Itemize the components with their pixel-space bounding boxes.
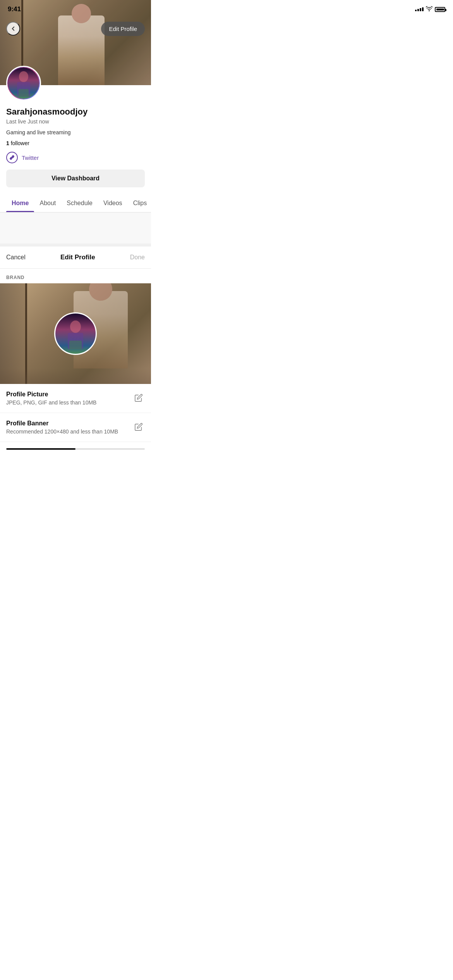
svg-rect-2 xyxy=(19,89,29,97)
avatar xyxy=(6,66,41,101)
avatar-inner xyxy=(8,68,39,99)
profile-picture-edit-icon[interactable] xyxy=(132,392,145,404)
followers-count: 1 xyxy=(6,140,9,146)
profile-banner-text: Profile Banner Recommended 1200×480 and … xyxy=(6,420,118,435)
done-button[interactable]: Done xyxy=(130,254,145,261)
profile-banner-subtitle: Recommended 1200×480 and less than 10MB xyxy=(6,428,118,435)
profile-last-live: Last live Just now xyxy=(6,118,145,125)
back-button[interactable] xyxy=(6,22,20,36)
brand-section-label: BRAND xyxy=(0,269,151,283)
tab-videos[interactable]: Videos xyxy=(98,194,128,212)
followers-label: follower xyxy=(11,140,29,146)
tabs-bar: Home About Schedule Videos Clips xyxy=(0,194,151,212)
profile-section: Sarahjonasmoodjoy Last live Just now Gam… xyxy=(0,85,151,194)
profile-username: Sarahjonasmoodjoy xyxy=(6,107,145,117)
progress-bar-track xyxy=(6,448,145,450)
profile-banner-label: Profile Banner xyxy=(6,420,118,427)
profile-picture-text: Profile Picture JPEG, PNG, GIF and less … xyxy=(6,391,96,406)
profile-followers: 1 follower xyxy=(6,140,145,146)
profile-banner-row: Profile Banner Recommended 1200×480 and … xyxy=(0,413,151,442)
view-dashboard-button[interactable]: View Dashboard xyxy=(6,170,145,187)
profile-bio: Gaming and live streaming xyxy=(6,129,145,135)
edit-profile-hero-button[interactable]: Edit Profile xyxy=(101,22,145,36)
twitter-social-link[interactable]: Twitter xyxy=(6,152,145,163)
progress-bar-container xyxy=(0,442,151,459)
tab-content-area xyxy=(0,212,151,243)
tab-home[interactable]: Home xyxy=(6,194,34,212)
brand-image-container xyxy=(0,283,151,384)
svg-point-3 xyxy=(70,320,81,333)
profile-picture-row: Profile Picture JPEG, PNG, GIF and less … xyxy=(0,384,151,413)
status-bar: 9:41 xyxy=(0,0,151,15)
tab-schedule[interactable]: Schedule xyxy=(61,194,98,212)
profile-banner-edit-icon[interactable] xyxy=(132,421,145,433)
edit-profile-header: Cancel Edit Profile Done xyxy=(0,247,151,269)
progress-bar-fill xyxy=(6,448,76,450)
tab-about[interactable]: About xyxy=(34,194,61,212)
hero-figure-decoration xyxy=(58,15,105,85)
twitter-link-icon xyxy=(6,152,18,163)
edit-profile-title: Edit Profile xyxy=(60,254,95,261)
twitter-label: Twitter xyxy=(22,154,39,161)
cancel-button[interactable]: Cancel xyxy=(6,254,26,261)
tab-clips[interactable]: Clips xyxy=(128,194,151,212)
status-time: 9:41 xyxy=(8,5,21,13)
profile-picture-subtitle: JPEG, PNG, GIF and less than 10MB xyxy=(6,399,96,406)
profile-picture-label: Profile Picture xyxy=(6,391,96,398)
brand-floor xyxy=(0,368,151,384)
avatar-wrapper xyxy=(6,66,41,101)
brand-avatar-overlay xyxy=(54,312,97,355)
svg-rect-5 xyxy=(69,341,82,349)
svg-point-0 xyxy=(19,71,28,82)
edit-profile-section: Cancel Edit Profile Done BRAND Profile P… xyxy=(0,243,151,459)
